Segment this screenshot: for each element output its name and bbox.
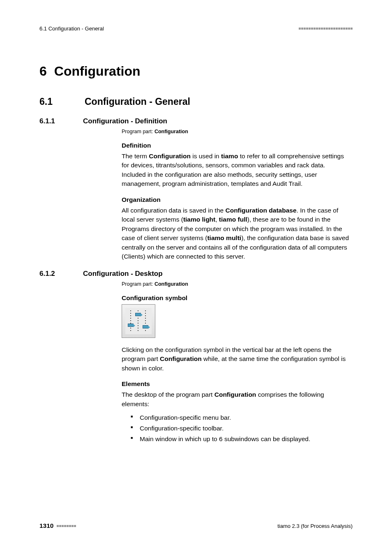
footer-left: 1310 bbox=[39, 522, 76, 530]
elements-paragraph: The desktop of the program part Configur… bbox=[122, 390, 349, 409]
footer-product-info: tiamo 2.3 (for Process Analysis) bbox=[277, 523, 353, 529]
program-part-label: Program part: bbox=[122, 281, 154, 287]
section-name: Configuration - General bbox=[85, 96, 190, 107]
program-part-line: Program part: Configuration bbox=[122, 129, 349, 134]
definition-heading: Definition bbox=[122, 142, 349, 149]
symbol-heading: Configuration symbol bbox=[122, 294, 349, 302]
page-container: 6.1 Configuration - General 6 Configurat… bbox=[0, 0, 392, 555]
subsection-6-1-1-title: 6.1.1 Configuration - Definition bbox=[39, 117, 353, 125]
section-6-1-title: 6.1 Configuration - General bbox=[39, 96, 353, 107]
sliders-icon bbox=[125, 308, 152, 334]
content-6-1-1: Program part: Configuration Definition T… bbox=[122, 129, 349, 261]
list-item: Configuration-specific toolbar. bbox=[131, 423, 349, 433]
section-number: 6.1 bbox=[39, 96, 71, 107]
subsection-number: 6.1.2 bbox=[39, 270, 71, 278]
program-part-value: Configuration bbox=[154, 129, 188, 134]
subsection-6-1-1: 6.1.1 Configuration - Definition Program… bbox=[39, 117, 353, 261]
configuration-symbol-icon bbox=[122, 304, 155, 338]
organization-paragraph: All configuration data is saved in the C… bbox=[122, 206, 349, 261]
subsection-number: 6.1.1 bbox=[39, 117, 71, 125]
chapter-name: Configuration bbox=[54, 64, 141, 79]
subsection-6-1-2-title: 6.1.2 Configuration - Desktop bbox=[39, 270, 353, 278]
content-6-1-2: Program part: Configuration Configuratio… bbox=[122, 281, 349, 444]
footer-decoration bbox=[57, 525, 76, 527]
header-section-title: 6.1 Configuration - General bbox=[39, 25, 104, 32]
chapter-number: 6 bbox=[39, 64, 47, 79]
elements-list: Configuration-specific menu bar. Configu… bbox=[122, 413, 349, 444]
symbol-paragraph: Clicking on the configuration symbol in … bbox=[122, 345, 349, 373]
program-part-value: Configuration bbox=[154, 281, 188, 287]
page-number: 1310 bbox=[39, 522, 53, 530]
page-footer: 1310 tiamo 2.3 (for Process Analysis) bbox=[39, 522, 353, 530]
program-part-label: Program part: bbox=[122, 129, 154, 134]
subsection-6-1-2: 6.1.2 Configuration - Desktop Program pa… bbox=[39, 270, 353, 444]
subsection-name: Configuration - Desktop bbox=[83, 270, 163, 278]
list-item: Configuration-specific menu bar. bbox=[131, 413, 349, 423]
elements-heading: Elements bbox=[122, 380, 349, 388]
organization-heading: Organization bbox=[122, 196, 349, 204]
definition-paragraph: The term Configuration is used in tiamo … bbox=[122, 152, 349, 189]
page-header: 6.1 Configuration - General bbox=[39, 25, 353, 32]
list-item: Main window in which up to 6 subwindows … bbox=[131, 434, 349, 444]
program-part-line: Program part: Configuration bbox=[122, 281, 349, 287]
header-decoration bbox=[299, 28, 353, 30]
subsection-name: Configuration - Definition bbox=[83, 117, 167, 125]
chapter-title: 6 Configuration bbox=[39, 64, 353, 79]
